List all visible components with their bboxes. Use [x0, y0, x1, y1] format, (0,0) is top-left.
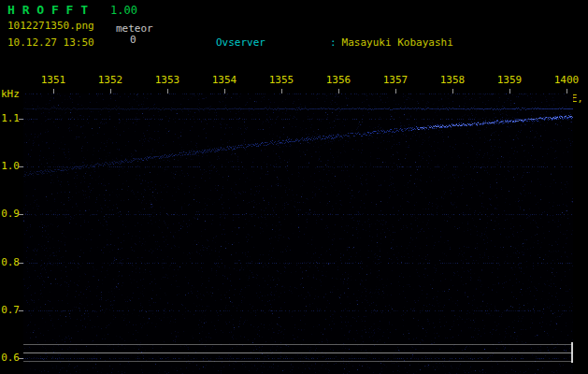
freq-tick-mark: [19, 166, 23, 167]
freq-tick-label: 0.7: [0, 304, 20, 316]
time-tick-label: 1353: [155, 74, 180, 86]
time-tick-label: 1354: [212, 74, 237, 86]
time-tick-mark: [281, 89, 282, 94]
freq-tick-label: 0.8: [0, 256, 20, 268]
time-tick-mark: [395, 89, 396, 94]
hrofft-screen: H R O F F T 1.00 1012271350.png meteor 0…: [0, 0, 588, 374]
info-colon: :: [330, 36, 337, 49]
datetime: 10.12.27 13:50: [7, 36, 94, 49]
time-tick-mark: [509, 89, 510, 94]
freq-tick-mark: [19, 119, 23, 120]
time-tick-mark: [110, 89, 111, 94]
freq-tick-mark: [19, 358, 23, 359]
app-title: H R O F F T: [7, 3, 88, 17]
output-filename: 1012271350.png: [7, 20, 94, 32]
freq-tick-mark: [19, 310, 23, 311]
info-row-observer: Ovserver:Masayuki Kobayashi: [166, 26, 588, 60]
info-label: Ovserver: [216, 37, 330, 49]
time-tick-mark: [452, 89, 453, 94]
time-tick-label: 1357: [383, 74, 409, 86]
time-tick-label: 1351: [41, 74, 66, 86]
time-tick-label: 1355: [269, 74, 294, 86]
freq-tick-label: 0.9: [0, 208, 20, 220]
freq-tick-label: 0.6: [0, 352, 20, 364]
spectrogram-canvas: [23, 94, 573, 374]
freq-tick-mark: [19, 263, 23, 264]
freq-tick-label: 1.1: [0, 112, 20, 124]
time-tick-label: 1358: [440, 74, 466, 86]
freq-tick-label: 1.0: [0, 160, 20, 172]
time-tick-mark: [53, 89, 54, 94]
time-tick-mark: [224, 89, 225, 94]
freq-tick-mark: [19, 214, 23, 215]
app-version: 1.00: [110, 4, 137, 17]
time-tick-mark: [566, 89, 567, 94]
meteor-count: 0: [130, 34, 136, 46]
time-tick-mark: [167, 89, 168, 94]
time-tick-label: 1356: [326, 74, 351, 86]
time-tick-label: 1359: [497, 74, 523, 86]
freq-unit-label: kHz: [1, 88, 20, 100]
time-tick-mark: [338, 89, 339, 94]
info-value: Masayuki Kobayashi: [337, 36, 453, 49]
time-tick-label: 1352: [98, 74, 123, 86]
time-tick-label: 1400: [554, 74, 580, 86]
